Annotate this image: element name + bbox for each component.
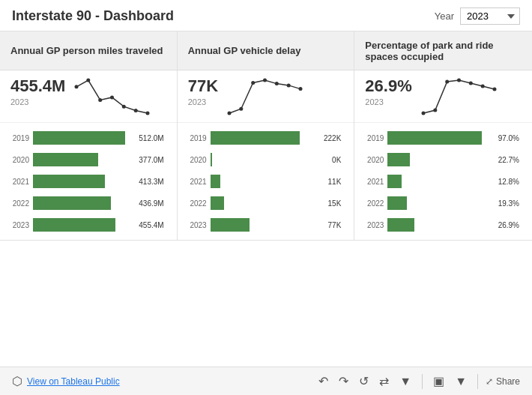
svg-point-20 <box>492 88 496 91</box>
bar-fill <box>387 131 481 145</box>
bar-row: 202112.8% <box>365 172 522 191</box>
bar-container: 15K <box>211 196 308 210</box>
bar-row: 2019222K <box>188 128 344 148</box>
panel-delay-year: 2023 <box>188 97 218 106</box>
bar-wrapper: 436.9M <box>33 196 166 210</box>
bar-container: 77K <box>211 218 308 232</box>
bar-row: 201997.0% <box>365 128 522 148</box>
svg-point-4 <box>122 105 126 109</box>
undo-button[interactable]: ↶ <box>315 373 331 390</box>
svg-point-1 <box>87 79 91 82</box>
bar-wrapper: 222K <box>211 131 344 145</box>
bar-year-label: 2022 <box>365 199 387 208</box>
bar-year-label: 2023 <box>365 221 387 229</box>
bar-wrapper: 19.3% <box>387 196 522 210</box>
bar-year-label: 2023 <box>188 221 211 229</box>
panel-delay: Annual GP vehicle delay77K20232019222K20… <box>178 31 355 241</box>
bar-wrapper: 26.9% <box>387 218 522 232</box>
bar-row: 202326.9% <box>365 215 522 235</box>
panel-miles-summary-left: 455.4M2023 <box>10 76 65 106</box>
bar-wrapper: 512.0M <box>33 131 166 145</box>
bar-year-label: 2020 <box>365 156 387 164</box>
bar-fill <box>387 153 410 166</box>
panel-park-sparkline <box>420 76 522 117</box>
svg-point-0 <box>75 85 79 88</box>
share-label: Share <box>496 376 520 387</box>
bar-container: 413.3M <box>33 175 130 188</box>
bar-wrapper: 377.0M <box>33 153 166 166</box>
pause-button[interactable]: ⇄ <box>376 373 392 390</box>
bar-row: 2022436.9M <box>10 193 166 213</box>
bar-row: 2023455.4M <box>10 215 166 235</box>
panel-miles-summary: 455.4M2023 <box>0 70 177 123</box>
bar-value-label: 15K <box>328 199 342 208</box>
header: Interstate 90 - Dashboard Year 2023 2022… <box>0 0 532 31</box>
panel-park-bar-chart: 201997.0%202022.7%202112.8%202219.3%2023… <box>354 123 532 240</box>
device-dropdown[interactable]: ▼ <box>452 373 470 390</box>
bar-value-label: 11K <box>328 178 342 186</box>
svg-point-8 <box>239 107 243 111</box>
bar-wrapper: 77K <box>211 218 344 232</box>
reset-button[interactable]: ↺ <box>356 373 372 390</box>
bar-fill <box>33 153 98 166</box>
bar-fill <box>33 196 111 210</box>
panel-miles-header: Annual GP person miles traveled <box>0 31 177 70</box>
redo-button[interactable]: ↷ <box>336 373 351 390</box>
share-button[interactable]: ⤢ Share <box>486 376 520 387</box>
bar-row: 2019512.0M <box>10 128 166 148</box>
bar-container: 26.9% <box>387 218 486 232</box>
more-button[interactable]: ▼ <box>396 373 414 390</box>
year-filter-label: Year <box>435 10 454 22</box>
bar-year-label: 2019 <box>10 134 33 142</box>
bar-fill <box>211 175 220 188</box>
bar-year-label: 2021 <box>188 178 211 186</box>
bar-value-label: 0K <box>332 156 341 164</box>
footer: ⬡ View on Tableau Public ↶ ↷ ↺ ⇄ ▼ ▣ ▼ ⤢… <box>0 367 532 395</box>
panel-park-summary-left: 26.9%2023 <box>365 76 411 106</box>
bar-value-label: 377.0M <box>139 156 163 164</box>
bar-fill <box>211 218 250 232</box>
bar-wrapper: 455.4M <box>33 218 166 232</box>
footer-divider-2 <box>477 374 478 389</box>
bar-wrapper: 22.7% <box>387 153 522 166</box>
device-button[interactable]: ▣ <box>430 373 447 390</box>
footer-divider <box>422 374 423 389</box>
bar-fill <box>33 175 105 188</box>
panel-delay-header: Annual GP vehicle delay <box>178 31 354 70</box>
bar-row: 202111K <box>188 172 344 191</box>
bar-wrapper: 11K <box>211 175 344 188</box>
bar-container: 11K <box>211 175 308 188</box>
bar-container: 19.3% <box>387 196 486 210</box>
panel-miles: Annual GP person miles traveled455.4M202… <box>0 31 178 241</box>
svg-point-12 <box>287 83 291 87</box>
bar-row: 202377K <box>188 215 344 235</box>
bar-year-label: 2020 <box>10 156 33 164</box>
bar-fill <box>211 131 300 145</box>
year-select[interactable]: 2023 2022 2021 2020 2019 <box>460 7 520 25</box>
bar-value-label: 77K <box>328 221 342 229</box>
bar-year-label: 2019 <box>188 134 211 142</box>
bar-fill <box>211 153 213 166</box>
svg-point-14 <box>421 112 425 115</box>
footer-left: ⬡ View on Tableau Public <box>12 374 120 388</box>
svg-point-7 <box>228 112 232 115</box>
bar-container: 12.8% <box>387 175 486 188</box>
bar-wrapper: 15K <box>211 196 344 210</box>
bar-container: 97.0% <box>387 131 486 145</box>
bar-year-label: 2022 <box>188 199 211 208</box>
bar-year-label: 2023 <box>10 221 33 229</box>
view-tableau-link[interactable]: View on Tableau Public <box>27 376 120 387</box>
panel-park-summary: 26.9%2023 <box>354 70 532 123</box>
svg-point-6 <box>146 112 150 115</box>
svg-point-16 <box>445 80 449 84</box>
panel-delay-bar-chart: 2019222K20200K202111K202215K202377K <box>178 123 354 240</box>
bar-year-label: 2020 <box>188 156 211 164</box>
bar-value-label: 436.9M <box>139 199 163 208</box>
bar-year-label: 2021 <box>10 178 33 186</box>
bar-fill <box>387 175 401 188</box>
bar-value-label: 455.4M <box>139 221 163 229</box>
svg-point-17 <box>457 79 461 82</box>
panel-park-header: Percentage of park and ride spaces occup… <box>354 31 532 70</box>
panel-miles-bar-chart: 2019512.0M2020377.0M2021413.3M2022436.9M… <box>0 123 177 240</box>
bar-fill <box>387 218 414 232</box>
